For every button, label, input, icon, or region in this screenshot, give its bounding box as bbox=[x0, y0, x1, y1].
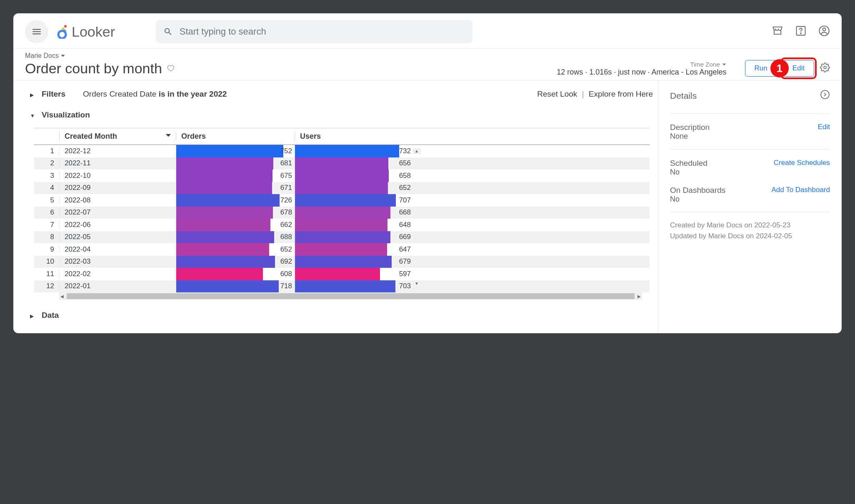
users-value: 648 bbox=[399, 221, 411, 229]
users-value: 656 bbox=[399, 159, 411, 167]
app-window: Looker Marie Docs Order count b bbox=[13, 13, 842, 333]
details-title: Details bbox=[670, 91, 697, 101]
orders-bar bbox=[176, 145, 283, 157]
favorite-icon[interactable] bbox=[166, 64, 175, 74]
svg-point-3 bbox=[58, 31, 66, 38]
orders-value: 608 bbox=[280, 270, 292, 278]
users-value: 668 bbox=[399, 208, 411, 217]
cell-orders: 752 bbox=[176, 145, 295, 157]
orders-value: 652 bbox=[280, 245, 292, 254]
scroll-up-icon[interactable]: ▲ bbox=[414, 148, 420, 154]
cell-users: 652 bbox=[295, 182, 413, 195]
add-to-dashboard-link[interactable]: Add To Dashboard bbox=[771, 186, 830, 194]
orders-value: 675 bbox=[280, 172, 292, 180]
help-icon[interactable] bbox=[795, 25, 807, 38]
scroll-left-icon[interactable]: ◀ bbox=[59, 294, 65, 299]
table-row: 82022-05688669 bbox=[34, 231, 650, 244]
description-edit-link[interactable]: Edit bbox=[818, 123, 830, 131]
cell-orders: 678 bbox=[176, 207, 295, 219]
orders-bar bbox=[176, 268, 263, 280]
caret-right-icon bbox=[30, 90, 36, 99]
main-menu-button[interactable] bbox=[25, 20, 48, 43]
updated-by: Updated by Marie Docs on 2024-02-05 bbox=[670, 231, 830, 242]
callout-badge: 1 bbox=[770, 59, 789, 77]
users-value: 597 bbox=[399, 270, 411, 278]
column-orders[interactable]: Orders bbox=[176, 132, 295, 141]
account-icon[interactable] bbox=[818, 25, 830, 38]
cell-orders: 692 bbox=[176, 256, 295, 268]
scroll-right-icon[interactable]: ▶ bbox=[636, 294, 642, 299]
cell-orders: 726 bbox=[176, 194, 295, 207]
column-users[interactable]: Users bbox=[295, 132, 413, 141]
visualization-section-header[interactable]: Visualization bbox=[30, 110, 653, 120]
row-index: 1 bbox=[34, 147, 59, 155]
description-label: Description bbox=[670, 123, 710, 132]
top-bar: Looker bbox=[13, 13, 842, 49]
description-value: None bbox=[670, 132, 710, 141]
orders-value: 718 bbox=[280, 282, 292, 290]
row-index: 5 bbox=[34, 196, 59, 205]
users-bar bbox=[295, 170, 389, 182]
settings-gear-icon[interactable] bbox=[820, 62, 830, 74]
data-section-header[interactable]: Data bbox=[30, 311, 653, 320]
cell-users: 668 bbox=[295, 207, 413, 219]
breadcrumb-label: Marie Docs bbox=[25, 52, 59, 60]
scheduled-label: Scheduled bbox=[670, 159, 708, 168]
expand-icon[interactable] bbox=[820, 90, 830, 102]
users-value: 652 bbox=[399, 184, 411, 192]
orders-bar bbox=[176, 194, 280, 207]
timezone-label: Time Zone bbox=[690, 61, 720, 68]
row-index: 4 bbox=[34, 184, 59, 192]
chevron-down-icon bbox=[722, 62, 727, 67]
caret-down-icon bbox=[30, 110, 36, 120]
cell-orders: 675 bbox=[176, 170, 295, 182]
query-status: 12 rows · 1.016s · just now · America - … bbox=[557, 68, 726, 77]
users-value: 703 bbox=[399, 282, 411, 290]
scroll-down-icon[interactable]: ▼ bbox=[414, 280, 420, 286]
table-row: 72022-06662648 bbox=[34, 219, 650, 231]
cell-users: 669 bbox=[295, 231, 413, 244]
cell-users: 647 bbox=[295, 243, 413, 256]
cell-orders: 718 bbox=[176, 280, 295, 293]
row-index: 3 bbox=[34, 172, 59, 180]
filters-label: Filters bbox=[42, 90, 65, 99]
users-value: 669 bbox=[399, 233, 411, 241]
table-row: 92022-04652647 bbox=[34, 243, 650, 256]
data-label: Data bbox=[42, 311, 59, 320]
visualization-table: Created Month Orders Users 12022-1275273… bbox=[34, 128, 650, 292]
table-row: 112022-02608597 bbox=[34, 268, 650, 280]
scroll-track[interactable] bbox=[67, 293, 635, 299]
chevron-down-icon bbox=[60, 53, 65, 58]
main-panel: Filters Orders Created Date is in the ye… bbox=[13, 80, 658, 333]
cell-created-month: 2022-09 bbox=[59, 184, 176, 192]
search-bar[interactable] bbox=[156, 20, 472, 43]
create-schedules-link[interactable]: Create Schedules bbox=[774, 159, 830, 167]
vertical-scrollbar[interactable]: ▲ bbox=[413, 148, 421, 154]
users-value: 679 bbox=[399, 257, 411, 266]
cell-created-month: 2022-06 bbox=[59, 221, 176, 229]
breadcrumb[interactable]: Marie Docs bbox=[25, 52, 175, 60]
marketplace-icon[interactable] bbox=[772, 25, 783, 38]
filters-section-header[interactable]: Filters Orders Created Date is in the ye… bbox=[30, 90, 653, 99]
explore-from-here-link[interactable]: Explore from Here bbox=[589, 90, 653, 98]
orders-bar bbox=[176, 256, 275, 268]
table-row: 22022-11681656 bbox=[34, 157, 650, 170]
cell-created-month: 2022-11 bbox=[59, 159, 176, 167]
looker-logo-icon bbox=[56, 25, 68, 39]
cell-users: 707 bbox=[295, 194, 413, 207]
table-header: Created Month Orders Users bbox=[34, 128, 650, 145]
status-rows: 12 rows bbox=[557, 68, 583, 76]
timezone-selector[interactable]: Time Zone bbox=[690, 61, 726, 68]
caret-right-icon bbox=[30, 311, 36, 320]
users-bar bbox=[295, 145, 399, 157]
cell-created-month: 2022-08 bbox=[59, 196, 176, 205]
row-index: 8 bbox=[34, 233, 59, 241]
column-created-month[interactable]: Created Month bbox=[59, 132, 176, 141]
cell-created-month: 2022-01 bbox=[59, 282, 176, 290]
horizontal-scrollbar[interactable]: ◀ ▶ bbox=[59, 292, 642, 300]
cell-users: 679 bbox=[295, 256, 413, 268]
search-input[interactable] bbox=[179, 26, 465, 37]
cell-users: 656 bbox=[295, 157, 413, 170]
cell-created-month: 2022-05 bbox=[59, 233, 176, 241]
reset-look-link[interactable]: Reset Look bbox=[537, 90, 577, 98]
